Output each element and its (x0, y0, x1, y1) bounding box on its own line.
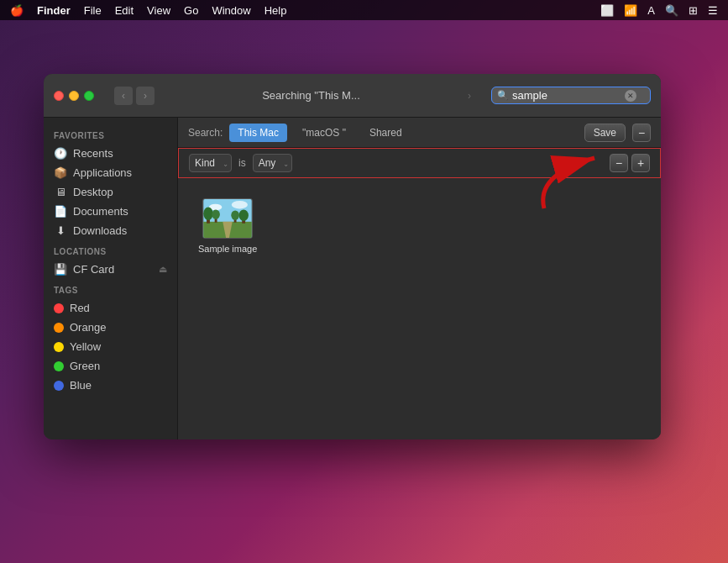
sidebar-item-desktop[interactable]: 🖥 Desktop (44, 182, 177, 202)
search-bar: 🔍 ✕ (491, 87, 651, 104)
menubar-help[interactable]: Help (264, 4, 287, 17)
tag-orange-dot (54, 323, 64, 333)
sidebar-item-tag-blue[interactable]: Blue (44, 376, 177, 395)
tag-blue-dot (54, 381, 64, 391)
search-scope-label: Search: (188, 127, 223, 139)
menubar-finder[interactable]: Finder (37, 4, 71, 17)
content-area: Search: This Mac "macOS " Shared Save − … (178, 118, 661, 439)
menubar-go[interactable]: Go (184, 4, 198, 17)
save-button[interactable]: Save (584, 124, 626, 142)
menubar-view[interactable]: View (147, 4, 170, 17)
locations-label: Locations (44, 240, 177, 260)
minimize-button[interactable] (69, 91, 79, 101)
sidebar-item-tag-red[interactable]: Red (44, 298, 177, 318)
sidebar-recents-label: Recents (73, 147, 113, 160)
filter-actions: − + (610, 154, 650, 172)
sidebar-applications-label: Applications (73, 166, 132, 179)
svg-point-9 (212, 209, 220, 219)
favorites-label: Favorites (44, 124, 177, 144)
maximize-button[interactable] (84, 91, 94, 101)
svg-point-5 (203, 208, 213, 220)
menubar-edit[interactable]: Edit (115, 4, 134, 17)
tag-green-dot (54, 361, 64, 371)
title-bar: ‹ › Searching "This M... › 🔍 ✕ (44, 74, 661, 118)
sidebar-desktop-label: Desktop (73, 186, 113, 198)
scope-minus-button[interactable]: − (632, 124, 651, 142)
sidebar-item-tag-orange[interactable]: Orange (44, 318, 177, 337)
apple-menu[interactable]: 🍎 (10, 4, 24, 17)
eject-icon[interactable]: ⏏ (159, 264, 167, 275)
desktop-icon: 🖥 (54, 186, 67, 198)
back-button[interactable]: ‹ (114, 87, 133, 105)
chevron-more-icon[interactable]: › (468, 90, 471, 102)
documents-icon: 📄 (54, 205, 67, 218)
tag-green-label: Green (70, 360, 100, 372)
downloads-icon: ⬇ (54, 224, 67, 237)
wifi-icon[interactable]: 📶 (624, 4, 637, 17)
sidebar-item-cf-card[interactable]: 💾 CF Card ⏏ (44, 260, 177, 279)
menubar-file[interactable]: File (84, 4, 102, 17)
value-select[interactable]: Any (253, 154, 292, 172)
scope-this-mac[interactable]: This Mac (229, 124, 287, 142)
filter-minus-button[interactable]: − (610, 154, 628, 172)
tags-label: Tags (44, 279, 177, 298)
menubar-right-icons: ⬜ 📶 A 🔍 ⊞ ☰ (600, 4, 718, 17)
sidebar-item-tag-yellow[interactable]: Yellow (44, 337, 177, 356)
svg-point-7 (239, 209, 249, 220)
control-center-icon[interactable]: ⊞ (689, 4, 698, 17)
file-grid: Sample image (178, 178, 661, 439)
applications-icon: 📦 (54, 166, 67, 179)
filter-row: Kind is Any − + (178, 148, 661, 178)
sidebar-item-documents[interactable]: 📄 Documents (44, 202, 177, 221)
keyboard-icon[interactable]: A (647, 4, 655, 17)
sidebar-item-recents[interactable]: 🕐 Recents (44, 144, 177, 163)
sidebar: Favorites 🕐 Recents 📦 Applications 🖥 Des… (44, 118, 178, 439)
search-scope-bar: Search: This Mac "macOS " Shared Save − (178, 118, 661, 148)
svg-point-2 (232, 201, 248, 209)
filter-operator-label: is (238, 157, 246, 169)
scope-macos[interactable]: "macOS " (294, 124, 354, 142)
sidebar-cf-card-label: CF Card (73, 263, 114, 276)
tag-orange-label: Orange (70, 321, 106, 334)
file-item[interactable]: Sample image (191, 192, 264, 260)
file-thumbnail (202, 198, 253, 239)
search-menubar-icon[interactable]: 🔍 (665, 4, 678, 17)
menubar-window[interactable]: Window (212, 4, 250, 17)
svg-point-11 (231, 210, 239, 219)
tag-blue-label: Blue (70, 379, 92, 392)
value-select-wrapper: Any (253, 154, 292, 172)
forward-button[interactable]: › (136, 87, 155, 105)
traffic-lights (54, 91, 94, 101)
sidebar-downloads-label: Downloads (73, 224, 127, 237)
finder-window: ‹ › Searching "This M... › 🔍 ✕ Favorites… (44, 74, 661, 439)
menubar: 🍎 Finder File Edit View Go Window Help ⬜… (0, 0, 728, 20)
file-name: Sample image (198, 244, 257, 254)
screen-icon[interactable]: ⬜ (600, 4, 614, 17)
cf-card-icon: 💾 (54, 263, 67, 276)
sidebar-item-applications[interactable]: 📦 Applications (44, 163, 177, 182)
search-clear-button[interactable]: ✕ (625, 90, 636, 102)
tag-red-label: Red (70, 302, 90, 314)
kind-select-wrapper: Kind (189, 154, 232, 172)
tag-yellow-dot (54, 342, 64, 352)
recents-icon: 🕐 (54, 147, 67, 160)
sidebar-documents-label: Documents (73, 205, 128, 218)
notification-icon[interactable]: ☰ (708, 4, 718, 17)
search-input[interactable] (512, 89, 621, 102)
tag-yellow-label: Yellow (70, 340, 101, 353)
scope-shared[interactable]: Shared (361, 124, 411, 142)
sidebar-item-downloads[interactable]: ⬇ Downloads (44, 221, 177, 240)
close-button[interactable] (54, 91, 64, 101)
kind-select[interactable]: Kind (189, 154, 232, 172)
sidebar-item-tag-green[interactable]: Green (44, 356, 177, 376)
window-title: Searching "This M... (161, 89, 461, 102)
tag-red-dot (54, 303, 64, 313)
nav-buttons: ‹ › (114, 87, 155, 105)
filter-plus-button[interactable]: + (631, 154, 650, 172)
finder-body: Favorites 🕐 Recents 📦 Applications 🖥 Des… (44, 118, 661, 439)
search-icon: 🔍 (497, 90, 509, 101)
